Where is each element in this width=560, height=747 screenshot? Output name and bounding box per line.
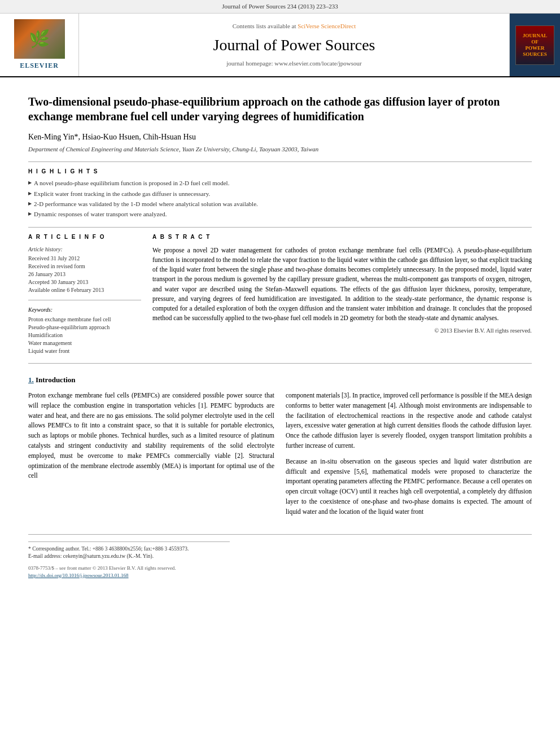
page-footer: * Corresponding author. Tel.: +886 3 463… [28, 534, 532, 579]
keywords-section: Keywords: Proton exchange membrane fuel … [28, 306, 141, 355]
abstract-text: We propose a novel 2D water management f… [152, 246, 532, 324]
highlights-title: H I G H L I G H T S [28, 168, 532, 176]
intro-col-left: Proton exchange membrane fuel cells (PEM… [28, 391, 274, 523]
keyword-2: Pseudo-phase-equilibrium approach [28, 324, 141, 331]
journal-icon-container: JOURNALOFPOWERSOURCES [509, 14, 560, 76]
email-text: E-mail address: cekenyin@saturn.yzu.edu.… [28, 553, 154, 559]
elsevier-logo: ELSEVIER [14, 19, 65, 71]
highlights-section: H I G H L I G H T S A novel pseudo-phase… [28, 168, 532, 219]
intro-para-right-1: component materials [3]. In practice, im… [286, 391, 532, 451]
homepage-link: journal homepage: www.elsevier.com/locat… [226, 59, 361, 68]
journal-reference-bar: Journal of Power Sources 234 (2013) 223–… [0, 0, 560, 14]
keyword-4: Water management [28, 339, 141, 347]
highlight-item-3: 2-D performance was validated by the 1-D… [28, 200, 532, 208]
received-date: Received 31 July 2012 [28, 255, 141, 263]
divider-keywords [28, 300, 141, 300]
article-info-title: A R T I C L E I N F O [28, 233, 141, 241]
main-content: Two-dimensional pseudo-phase-equilibrium… [0, 77, 560, 590]
affiliation: Department of Chemical Engineering and M… [28, 145, 532, 154]
keyword-3: Humidification [28, 331, 141, 339]
divider-3 [28, 363, 532, 364]
corresponding-author-note: * Corresponding author. Tel.: +886 3 463… [28, 545, 532, 553]
elsevier-logo-container: ELSEVIER [0, 14, 79, 76]
intro-para-right-2: Because an in-situ observation on the ga… [286, 457, 532, 517]
section-title: Introduction [36, 375, 76, 384]
highlight-item-2: Explicit water front tracking in the cat… [28, 190, 532, 198]
history-label: Article history: [28, 246, 141, 254]
footer-bottom: 0378-7753/$ – see front matter © 2013 El… [28, 565, 532, 579]
header-center: Contents lists available at SciVerse Sci… [79, 14, 509, 76]
divider-1 [28, 161, 532, 162]
article-info-abstract: A R T I C L E I N F O Article history: R… [28, 233, 532, 355]
abstract-title: A B S T R A C T [152, 233, 532, 241]
journal-icon: JOURNALOFPOWERSOURCES [515, 25, 554, 65]
sciverse-link-text[interactable]: SciVerse ScienceDirect [298, 23, 356, 29]
doi-anchor[interactable]: http://dx.doi.org/10.1016/j.jpowsour.201… [28, 573, 129, 578]
divider-2 [28, 227, 532, 228]
article-history: Article history: Received 31 July 2012 R… [28, 246, 141, 294]
accepted-date: Accepted 30 January 2013 [28, 278, 141, 286]
keywords-title: Keywords: [28, 306, 141, 314]
article-info-column: A R T I C L E I N F O Article history: R… [28, 233, 141, 355]
corresponding-text: * Corresponding author. Tel.: +886 3 463… [28, 546, 189, 552]
copyright-notice: © 2013 Elsevier B.V. All rights reserved… [152, 327, 532, 335]
journal-reference-text: Journal of Power Sources 234 (2013) 223–… [222, 3, 338, 10]
intro-para-1: Proton exchange membrane fuel cells (PEM… [28, 391, 274, 481]
abstract-column: A B S T R A C T We propose a novel 2D wa… [152, 233, 532, 355]
revised-date: 26 January 2013 [28, 270, 141, 278]
keyword-1: Proton exchange membrane fuel cell [28, 316, 141, 324]
introduction-section: 1. Introduction Proton exchange membrane… [28, 375, 532, 523]
sciverse-prefix-text: Contents lists available at [233, 23, 296, 29]
highlight-item-4: Dynamic responses of water transport wer… [28, 210, 532, 219]
keyword-5: Liquid water front [28, 347, 141, 355]
authors: Ken-Ming Yin*, Hsiao-Kuo Hsuen, Chih-Hsu… [28, 132, 532, 143]
elsevier-brand-name: ELSEVIER [14, 61, 65, 71]
issn-note: 0378-7753/$ – see front matter © 2013 El… [28, 565, 532, 572]
journal-title: Journal of Power Sources [213, 34, 375, 56]
sciverse-link: Contents lists available at SciVerse Sci… [233, 22, 356, 30]
available-online: Available online 6 February 2013 [28, 286, 141, 294]
highlight-item-1: A novel pseudo-phase equilibrium functio… [28, 179, 532, 187]
journal-icon-text: JOURNALOFPOWERSOURCES [523, 33, 548, 57]
section-number: 1. [28, 375, 34, 384]
email-note: E-mail address: cekenyin@saturn.yzu.edu.… [28, 553, 532, 560]
homepage-text: journal homepage: www.elsevier.com/locat… [226, 60, 361, 67]
revised-label: Received in revised form [28, 263, 141, 270]
doi-link[interactable]: http://dx.doi.org/10.1016/j.jpowsour.201… [28, 572, 532, 579]
article-title: Two-dimensional pseudo-phase-equilibrium… [28, 94, 532, 124]
journal-header: ELSEVIER Contents lists available at Sci… [0, 14, 560, 77]
elsevier-logo-image [14, 19, 65, 59]
intro-body: Proton exchange membrane fuel cells (PEM… [28, 391, 532, 523]
intro-col-right: component materials [3]. In practice, im… [286, 391, 532, 523]
section-heading: 1. Introduction [28, 375, 532, 385]
footnote-divider [28, 541, 230, 542]
